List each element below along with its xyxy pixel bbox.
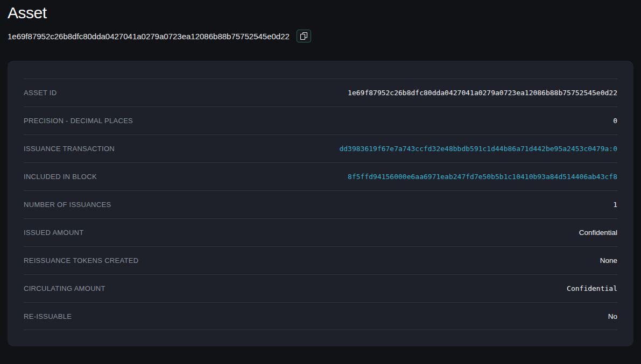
row-value: Confidential [567,284,617,292]
table-row: ASSET ID 1e69f87952c26b8dfc80dda0427041a… [24,78,617,106]
row-value: 0 [613,117,617,125]
page-title: Asset [8,0,633,23]
row-value: None [600,256,617,265]
table-row: REISSUANCE TOKENS CREATED None [24,246,617,274]
row-label: ASSET ID [24,89,57,97]
row-label: ISSUED AMOUNT [24,229,84,237]
row-label: RE-ISSUABLE [24,312,72,320]
row-value: Confidential [579,229,617,237]
table-row: ISSUED AMOUNT Confidential [24,218,617,246]
copy-button[interactable] [297,30,311,42]
asset-page: Asset 1e69f87952c26b8dfc80dda0427041a027… [0,0,641,346]
row-value: 1e69f87952c26b8dfc80dda0427041a0279a0723… [348,89,617,97]
row-value-link[interactable]: dd3983619f67e7a743ccfd32e48bbdb591c1d44b… [339,145,617,153]
row-label: PRECISION - DECIMAL PLACES [24,117,133,125]
row-label: CIRCULATING AMOUNT [24,284,105,292]
asset-details-table: ASSET ID 1e69f87952c26b8dfc80dda0427041a… [24,78,617,330]
table-row: PRECISION - DECIMAL PLACES 0 [24,106,617,134]
table-row: RE-ISSUABLE No [24,302,617,330]
table-row: CIRCULATING AMOUNT Confidential [24,274,617,302]
copy-icon [300,32,307,40]
row-label: INCLUDED IN BLOCK [24,173,97,181]
asset-id-header-row: 1e69f87952c26b8dfc80dda0427041a0279a0723… [8,30,633,42]
row-value-link[interactable]: 8f5ffd94156000e6aa6971eab247fd7e50b5b1c1… [348,173,617,181]
row-label: REISSUANCE TOKENS CREATED [24,256,138,265]
asset-details-card: ASSET ID 1e69f87952c26b8dfc80dda0427041a… [8,61,633,346]
asset-id-text: 1e69f87952c26b8dfc80dda0427041a0279a0723… [8,32,290,41]
row-label: ISSUANCE TRANSACTION [24,145,115,153]
table-row: INCLUDED IN BLOCK 8f5ffd94156000e6aa6971… [24,162,617,190]
row-value: No [608,312,617,320]
row-value: 1 [613,201,617,209]
table-row: ISSUANCE TRANSACTION dd3983619f67e7a743c… [24,134,617,162]
table-row: NUMBER OF ISSUANCES 1 [24,190,617,218]
row-label: NUMBER OF ISSUANCES [24,201,111,209]
